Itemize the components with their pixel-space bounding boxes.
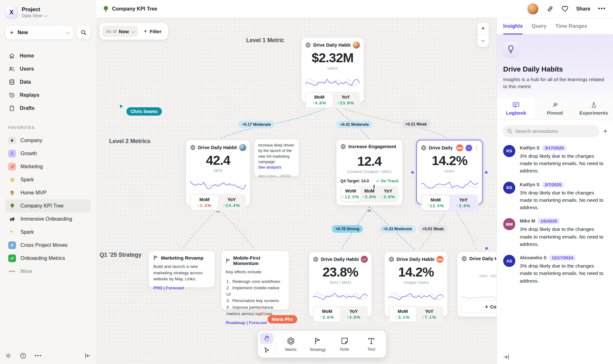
project-switcher[interactable]: X Project Data View [5, 6, 91, 19]
wow-toggle[interactable]: WoW ↑12.3% [341, 186, 360, 201]
settings-gear-icon[interactable] [5, 353, 11, 359]
mom-toggle[interactable]: MoM ↑4.8% [306, 93, 333, 108]
more-menu-icon[interactable]: ••• [598, 5, 606, 12]
metric-unit: users [305, 66, 360, 71]
sidebar-item-home-mvp[interactable]: Home MVP [5, 186, 91, 199]
strategy-note-mobile[interactable]: Mobile-First Momentum Key efforts includ… [221, 251, 289, 310]
sidebar-item-drafts[interactable]: Drafts [5, 102, 91, 115]
connect-button[interactable]: + Connect [461, 300, 496, 313]
sidebar-item-immersive-onboarding[interactable]: Immersive Onboarding [5, 212, 91, 225]
sparkline-chart [389, 288, 443, 306]
annotation-item[interactable]: KS Kaitlyn S3/17/2025 3% drop likely due… [503, 145, 607, 175]
more-options-icon[interactable]: ••• [34, 353, 42, 359]
sidebar-item-marketing[interactable]: Marketing [5, 160, 91, 173]
owner-avatar[interactable] [353, 42, 360, 49]
metric-card-selected[interactable]: Drive Daily Habb.. MM ✓ ⋮ 14.2% users Mo… [416, 140, 483, 204]
annotation-item[interactable]: AS Alexandra S12/17/2024 3% drop likely … [503, 255, 607, 284]
sidebar-item-spark-2[interactable]: Spark [5, 225, 91, 239]
metric-card-engagement[interactable]: Increase Engagement 12.4 Content Creatio… [336, 140, 403, 205]
collaborator-badge[interactable]: LT [361, 256, 368, 263]
annotation-note[interactable]: Increase likely driven by the launch of … [254, 139, 299, 177]
note-links[interactable]: PRD | Forecast [153, 285, 210, 290]
share-button[interactable]: Share [576, 6, 590, 12]
tab-time-ranges[interactable]: Time Ranges [556, 18, 587, 34]
sidebar-item-onboarding-metrics[interactable]: Onboarding Metrics [5, 252, 91, 265]
sidebar-item-spark[interactable]: Spark [5, 173, 91, 186]
sidebar-item-growth[interactable]: Growth [5, 147, 91, 160]
connection-dot[interactable] [485, 171, 488, 174]
search-button[interactable] [77, 26, 91, 40]
metric-card-unique[interactable]: Drive Daily Habbits MM 14.2% Unique User… [384, 252, 448, 317]
annotation-search-input[interactable]: Search annotations [503, 125, 599, 137]
collaborator-badge[interactable]: MM [456, 144, 463, 151]
workspace-switcher[interactable]: Data View [22, 13, 47, 18]
subtab-pinned[interactable]: Pinned [536, 98, 575, 120]
connection-dot[interactable] [411, 171, 414, 174]
tree-icon [8, 202, 16, 210]
annotation-author: Mike M [520, 218, 535, 224]
yoy-toggle[interactable]: YoY ↑3.9% [379, 186, 397, 201]
favorite-heart-icon[interactable] [561, 5, 569, 12]
mom-toggle[interactable]: MoM ↑12.3% [422, 195, 450, 210]
subtab-experiments[interactable]: Experiments [574, 98, 613, 120]
strategy-note-marketing[interactable]: Marketing Revamp Build and launch a new … [148, 251, 215, 288]
hand-tool-button[interactable] [260, 333, 273, 344]
collaborator-badge[interactable]: MM [436, 256, 443, 263]
yoy-toggle[interactable]: YoY ↑14.4% [218, 195, 245, 210]
filter-button[interactable]: + Filter [140, 28, 165, 35]
collapse-handle[interactable] [367, 209, 372, 212]
zoom-in-button[interactable]: + [477, 23, 489, 35]
new-button[interactable]: + New [5, 26, 73, 40]
tab-query[interactable]: Query [532, 18, 546, 34]
metric-card-nps[interactable]: Drive Daily Habbits 42.4 NPS MoM ↓1.3% [186, 140, 250, 206]
tool-label: Metric [285, 347, 297, 352]
sidebar-item-more[interactable]: ••• More [5, 265, 91, 278]
metric-card-l1[interactable]: Drive Daily Habbits $2.32M users MoM ↑4.… [301, 37, 364, 102]
connection-dot[interactable] [485, 247, 488, 250]
collapse-panel-icon[interactable] [503, 354, 509, 360]
sidebar-item-replays[interactable]: Replays [5, 88, 91, 102]
sidebar-item-label: Immersive Onboarding [20, 216, 72, 222]
strategy-tool-button[interactable]: Strategy [305, 333, 330, 356]
annotation-item[interactable]: KS Kaitlyn S2/7/2025 3% drop likely due … [503, 182, 607, 211]
yoy-toggle[interactable]: YoY ↑3.9% [450, 195, 477, 210]
subtab-logbook[interactable]: Logbook [497, 98, 536, 120]
annotation-item[interactable]: MM Mike M1/5/2025 3% drop likely due to … [503, 218, 607, 248]
plus-icon: + [144, 28, 147, 35]
owner-avatar[interactable] [239, 144, 246, 151]
tab-insights[interactable]: Insights [503, 18, 523, 34]
note-tool-button[interactable]: Note [332, 333, 357, 356]
collapse-sidebar-icon[interactable] [85, 353, 91, 358]
metric-value: 42.4 [190, 154, 246, 167]
sidebar-item-cross-project-moves[interactable]: Cross Project Moves [5, 239, 91, 252]
copy-link-icon[interactable] [547, 5, 554, 12]
user-avatar[interactable] [527, 3, 539, 15]
text-tool-button[interactable]: Text [359, 333, 384, 356]
zoom-out-button[interactable]: − [477, 35, 489, 47]
help-icon[interactable]: ? [20, 353, 26, 359]
yoy-toggle[interactable]: YoY ↑23.9% [333, 93, 359, 108]
yoy-toggle[interactable]: YoY ↑7.1% [416, 307, 443, 322]
kpi-tree-canvas[interactable]: As of Now + Filter + − Level 1 Metric [96, 18, 496, 364]
metric-card-dau[interactable]: Drive Daily Habbits LT 23.8% DAU / MAU M… [309, 252, 372, 317]
see-analysis-link[interactable]: See analysis [258, 165, 295, 170]
select-tool-button[interactable] [260, 345, 273, 356]
yoy-toggle[interactable]: YoY ↑3.9% [340, 307, 367, 322]
mom-toggle[interactable]: MoM ↑2.6% [314, 307, 340, 322]
metric-card-partial[interactable]: Drive Daily Hab + Connect [457, 252, 496, 317]
mom-toggle[interactable]: MoM ↑3.1% [390, 307, 416, 322]
chevron-down-icon[interactable] [66, 30, 70, 34]
sidebar-item-home[interactable]: Home [5, 49, 91, 62]
mom-toggle[interactable]: MoM ↑3.9% [360, 186, 379, 201]
sidebar-item-company[interactable]: Company [5, 134, 91, 147]
metric-tool-button[interactable]: Metric [278, 333, 304, 356]
sidebar-item-data[interactable]: Data [5, 75, 91, 88]
sidebar-item-users[interactable]: Users [5, 62, 91, 75]
cursor-name-label: Chris Seams [126, 107, 162, 116]
kebab-menu-icon[interactable]: ⋮ [474, 147, 478, 149]
as-of-dropdown[interactable]: As of Now [102, 26, 138, 37]
mom-toggle[interactable]: MoM ↓1.3% [191, 195, 218, 210]
sidebar-item-company-kpi-tree[interactable]: Company KPI Tree [5, 199, 91, 212]
add-annotation-button[interactable]: + [603, 127, 607, 135]
metric-value: 14.2% [389, 265, 443, 279]
